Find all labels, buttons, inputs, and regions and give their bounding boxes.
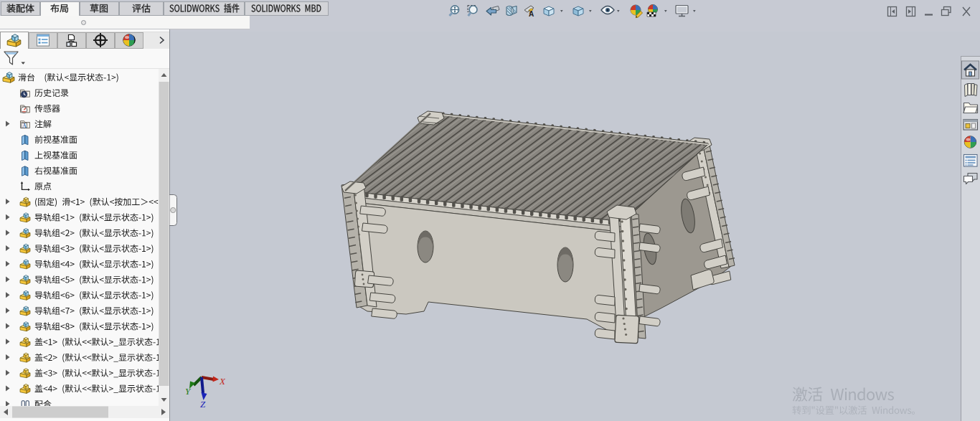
- svg-text:Z: Z: [200, 399, 206, 410]
- svg-text:X: X: [219, 376, 226, 387]
- svg-text:A: A: [529, 10, 534, 18]
